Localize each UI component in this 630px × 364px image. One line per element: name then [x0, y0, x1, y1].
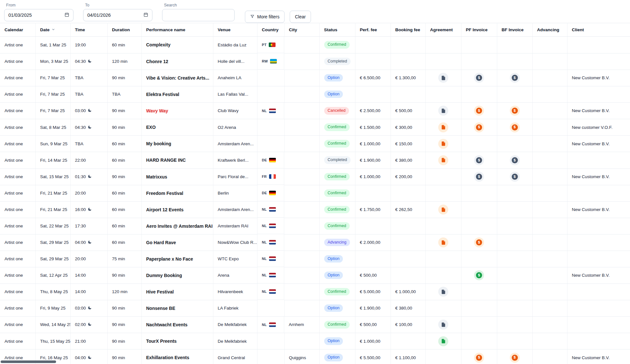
- table-row[interactable]: Artist oneFri, 21 Mar 2520:0060 minFreed…: [0, 185, 630, 201]
- table-row[interactable]: Artist oneFri, 7 Mar 25TBATBAElektra Fes…: [0, 86, 630, 102]
- status-badge: Confirmed: [324, 41, 350, 49]
- column-header-calendar[interactable]: Calendar: [0, 23, 35, 37]
- cell-status: Confirmed: [319, 119, 355, 136]
- clear-button[interactable]: Clear: [290, 11, 311, 23]
- column-header-venue[interactable]: Venue: [213, 23, 257, 37]
- table-row[interactable]: Artist oneWed, 14 May 2502:0090 minNacht…: [0, 316, 630, 333]
- column-header-duration[interactable]: Duration: [107, 23, 141, 37]
- cell-city: [284, 251, 319, 267]
- agreement-file-icon[interactable]: [438, 287, 448, 297]
- table-row[interactable]: Artist oneSun, 9 Mar 25TBA60 minMy booki…: [0, 136, 630, 152]
- horizontal-scrollbar-thumb[interactable]: [1, 360, 56, 363]
- table-row[interactable]: Artist oneFri, 16 May 2504:0090 minExhil…: [0, 350, 630, 364]
- cell-bf-invoice: [497, 218, 532, 234]
- table-row[interactable]: Artist oneFri, 21 Mar 2516:0060 minAirpo…: [0, 201, 630, 218]
- cell-venue: LA Fabriek: [213, 300, 257, 316]
- pf-invoice-dollar-icon[interactable]: $: [474, 155, 484, 165]
- cell-agreement: [425, 119, 461, 136]
- pf-invoice-dollar-icon[interactable]: $: [474, 73, 484, 83]
- table-row[interactable]: Artist oneThu, 8 May 2514:00120 minHive …: [0, 283, 630, 300]
- more-filters-button[interactable]: More filters: [245, 11, 285, 23]
- cell-pf-invoice: [461, 300, 497, 316]
- status-badge: Confirmed: [324, 321, 350, 329]
- cell-duration: TBA: [107, 86, 141, 102]
- bf-invoice-dollar-icon[interactable]: $: [510, 155, 520, 165]
- bf-invoice-dollar-icon[interactable]: $: [510, 172, 520, 182]
- table-row[interactable]: Artist oneSat, 22 Mar 2517:3060 minAero …: [0, 218, 630, 234]
- agreement-file-icon[interactable]: [438, 205, 448, 215]
- table-row[interactable]: Artist oneFri, 14 Mar 2522:0060 minHARD …: [0, 152, 630, 169]
- agreement-file-icon[interactable]: [438, 106, 448, 116]
- pf-invoice-dollar-icon[interactable]: $: [474, 270, 484, 280]
- cell-duration: 90 min: [107, 267, 141, 283]
- table-row[interactable]: Artist oneSat, 29 Mar 2504:0060 minGo Ha…: [0, 234, 630, 251]
- cell-pf-invoice: $: [461, 267, 497, 283]
- cell-calendar: Artist one: [0, 136, 35, 152]
- cell-perf-fee: [355, 53, 391, 70]
- column-header-bf-invoice[interactable]: BF Invoice: [497, 23, 532, 37]
- agreement-file-icon[interactable]: [438, 139, 448, 149]
- table-row[interactable]: Artist oneThu, 15 May 2521:0090 minTourX…: [0, 333, 630, 350]
- bf-invoice-dollar-icon[interactable]: $: [510, 353, 520, 363]
- cell-venue: Amsterdam RAI: [213, 218, 257, 234]
- cell-booking-fee: € 300,00: [391, 119, 425, 136]
- table-row[interactable]: Artist oneSat, 15 Mar 2501:3090 minMatri…: [0, 168, 630, 185]
- pf-invoice-dollar-icon[interactable]: $: [474, 172, 484, 182]
- agreement-file-icon[interactable]: [438, 336, 448, 346]
- cell-city: [284, 86, 319, 102]
- column-header-client[interactable]: Client: [567, 23, 630, 37]
- cell-status: Option: [319, 70, 355, 86]
- pf-invoice-dollar-icon[interactable]: $: [474, 106, 484, 116]
- column-header-country[interactable]: Country: [257, 23, 284, 37]
- table-row[interactable]: Artist oneFri, 7 Mar 2503:0090 minWavy W…: [0, 102, 630, 119]
- agreement-file-icon[interactable]: [438, 237, 448, 247]
- agreement-file-icon[interactable]: [438, 155, 448, 165]
- agreement-file-icon[interactable]: [438, 73, 448, 83]
- table-row[interactable]: Artist oneSat, 1 Mar 2519:0060 minComple…: [0, 37, 630, 53]
- column-header-perf-fee[interactable]: Perf. fee: [355, 23, 391, 37]
- pf-invoice-dollar-icon[interactable]: $: [474, 237, 484, 247]
- bf-invoice-dollar-icon[interactable]: $: [510, 122, 520, 132]
- column-header-time[interactable]: Time: [70, 23, 107, 37]
- column-label: Agreement: [430, 27, 453, 32]
- column-header-status[interactable]: Status: [319, 23, 355, 37]
- cell-client: [567, 86, 630, 102]
- bf-invoice-dollar-icon[interactable]: $: [510, 73, 520, 83]
- cell-bf-invoice: [497, 136, 532, 152]
- table-row[interactable]: Artist oneFri, 9 May 2503:0090 minNonsen…: [0, 300, 630, 316]
- table-row[interactable]: Artist oneSat, 29 Mar 2520:0075 minPaper…: [0, 251, 630, 267]
- cell-performance-name: Go Hard Rave: [141, 234, 213, 251]
- status-badge: Completed: [324, 58, 351, 65]
- column-header-booking-fee[interactable]: Booking fee: [391, 23, 425, 37]
- cell-performance-name: Freedom Festival: [141, 185, 213, 201]
- column-header-city[interactable]: City: [284, 23, 319, 37]
- cell-performance-name: My booking: [141, 136, 213, 152]
- agreement-file-icon[interactable]: [438, 122, 448, 132]
- calendar-icon[interactable]: [143, 12, 148, 18]
- column-header-date[interactable]: Date: [35, 23, 70, 37]
- table-row[interactable]: Artist oneMon, 3 Mar 2504:30120 minChonr…: [0, 53, 630, 70]
- search-input[interactable]: [162, 9, 235, 21]
- column-header-advancing[interactable]: Advancing: [532, 23, 567, 37]
- column-header-agreement[interactable]: Agreement: [425, 23, 461, 37]
- column-header-pf-invoice[interactable]: PF Invoice: [461, 23, 497, 37]
- cell-city: [284, 201, 319, 218]
- table-row[interactable]: Artist oneSat, 8 Mar 2504:3090 minEXOO2 …: [0, 119, 630, 136]
- to-date-input[interactable]: 04/01/2026: [83, 9, 152, 21]
- column-label: Advancing: [537, 27, 559, 32]
- cell-client: New Customer B.V.: [567, 350, 630, 364]
- performance-name: Exhillaration Events: [146, 355, 189, 360]
- table-row[interactable]: Artist oneSat, 12 Apr 2514:0090 minDummy…: [0, 267, 630, 283]
- calendar-icon[interactable]: [64, 12, 69, 18]
- cell-date: Sun, 9 Mar 25: [35, 136, 70, 152]
- from-date-input[interactable]: 01/03/2025: [4, 9, 73, 21]
- cell-time: 02:00: [70, 316, 107, 333]
- cell-advancing: [532, 53, 567, 70]
- table-row[interactable]: Artist oneFri, 7 Mar 25TBA90 minVibe & V…: [0, 70, 630, 86]
- pf-invoice-dollar-icon[interactable]: $: [474, 353, 484, 363]
- agreement-file-icon[interactable]: [438, 320, 448, 330]
- column-header-performance-name[interactable]: Performance name: [141, 23, 213, 37]
- pf-invoice-dollar-icon[interactable]: $: [474, 122, 484, 132]
- bf-invoice-dollar-icon[interactable]: $: [510, 106, 520, 116]
- performance-name: Complexity: [146, 42, 170, 47]
